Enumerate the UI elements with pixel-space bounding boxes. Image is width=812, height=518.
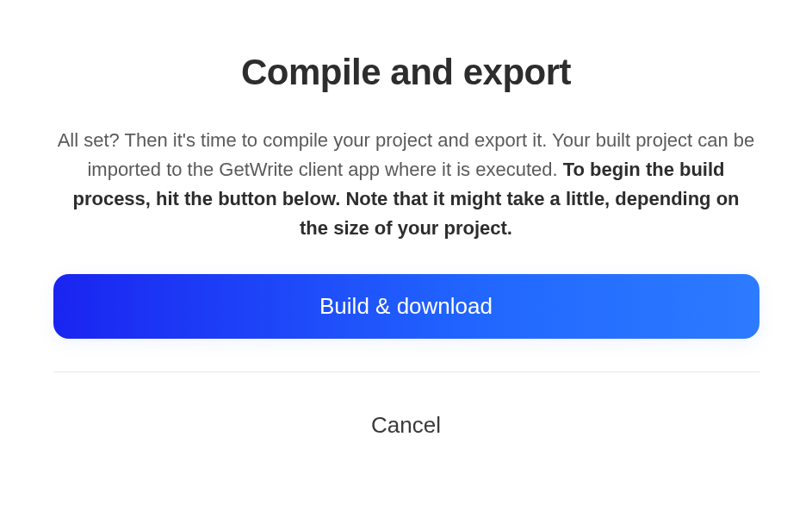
cancel-button[interactable]: Cancel [53, 372, 759, 456]
dialog-title: Compile and export [53, 52, 759, 93]
compile-export-dialog: Compile and export All set? Then it's ti… [53, 52, 759, 456]
dialog-description: All set? Then it's time to compile your … [53, 126, 759, 243]
build-download-button[interactable]: Build & download [53, 274, 759, 339]
